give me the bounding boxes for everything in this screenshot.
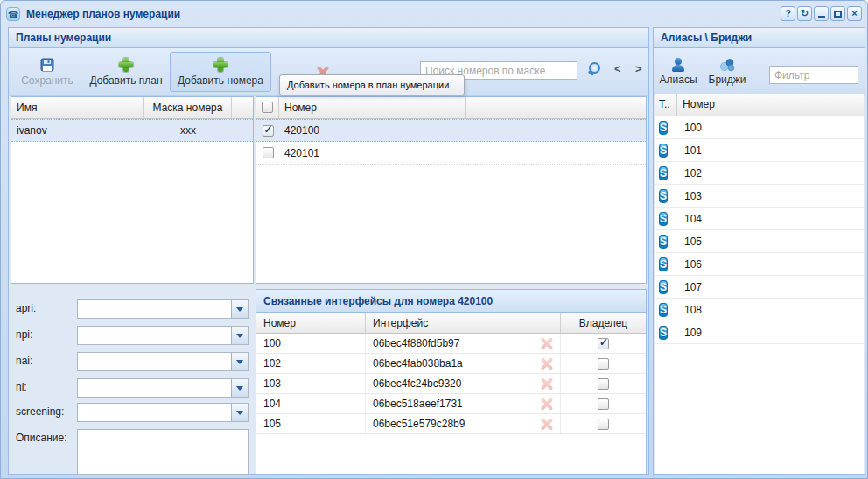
interface-number: 105 [256,414,366,433]
add-plan-icon [119,58,133,72]
owner-checkbox[interactable] [598,358,609,370]
interface-row[interactable]: 102 06bec4fab038ba1a [256,354,646,374]
title-bar: ☎ Менеджер планов нумерации ? ↻ × [6,5,862,23]
number-checkbox[interactable] [262,147,274,158]
ni-combo[interactable] [77,378,248,398]
unlink-icon[interactable] [540,337,553,350]
alias-number: 100 [679,122,857,134]
interface-row[interactable]: 103 06bec4fc24bc9320 [256,374,646,394]
chevron-down-icon[interactable] [231,379,248,397]
alias-row[interactable]: S 109 [654,321,864,344]
add-numbers-button[interactable]: Добавить номера [170,52,271,92]
owner-checkbox[interactable] [598,398,609,410]
alias-number: 106 [679,258,857,271]
filter-input[interactable] [769,66,858,84]
column-header-number[interactable]: Номер [677,94,864,116]
description-textarea[interactable] [77,429,248,475]
unlink-icon[interactable] [540,357,553,370]
interface-id: 06bec4fab038ba1a [373,357,463,370]
unlink-icon[interactable] [540,377,553,391]
alias-row[interactable]: S 101 [654,139,864,162]
chevron-down-icon[interactable] [231,404,248,421]
alias-row[interactable]: S 104 [654,208,864,230]
form-row-ni: ni: [9,378,254,398]
add-plan-button[interactable]: Добавить план [84,52,168,92]
chevron-down-icon[interactable] [231,353,248,370]
save-button[interactable]: Сохранить [12,52,82,92]
numbering-plans-header: Планы нумерации [9,28,648,48]
number-row[interactable]: 420101 [256,142,646,165]
form-row-screening: screening: [9,403,254,422]
column-header-actions [232,97,253,118]
plan-row[interactable]: ivanov xxx [11,119,253,142]
search-icon[interactable] [586,61,602,77]
prev-page-button[interactable]: < [614,62,621,75]
person-icon [671,58,685,72]
interface-number: 100 [256,334,366,353]
alias-number: 107 [679,281,857,293]
column-header-interface[interactable]: Интерфейс [366,313,561,333]
screening-combo[interactable] [77,403,248,422]
chevron-down-icon[interactable] [231,327,248,344]
number-row[interactable]: 420100 [256,119,646,142]
interface-row[interactable]: 105 06bec51e579c28b9 [256,414,646,434]
column-header-number[interactable]: Номер [256,313,366,333]
apri-combo[interactable] [77,299,248,319]
bridges-button[interactable]: Бриджи [704,53,750,91]
column-header-name[interactable]: Имя [11,97,144,118]
app-window: ☎ Менеджер планов нумерации ? ↻ × Планы … [0,0,868,479]
column-header-spacer [466,97,646,118]
sip-icon: S [659,303,668,317]
interface-number: 102 [256,354,366,373]
number-checkbox[interactable] [262,125,274,137]
alias-row[interactable]: S 103 [654,185,864,208]
aliases-button[interactable]: Алиасы [657,53,699,91]
interface-number: 104 [256,394,366,413]
alias-row[interactable]: S 106 [654,253,864,276]
aliases-grid: Т.. Номер S 100 S 101 S 102 S 103 [654,94,864,474]
add-numbers-icon [214,58,228,72]
number-value: 420101 [279,147,325,159]
alias-number: 104 [679,213,857,225]
next-page-button[interactable]: > [635,62,642,75]
alias-row[interactable]: S 102 [654,162,864,185]
help-button[interactable]: ? [780,6,795,21]
interface-row[interactable]: 100 06bec4f880fd5b97 [256,334,646,354]
unlink-icon[interactable] [540,418,553,431]
save-icon [40,58,54,72]
unlink-icon[interactable] [540,398,553,411]
form-row-nai: nai: [9,352,254,371]
aliases-label: Алиасы [660,74,697,86]
alias-row[interactable]: S 107 [654,276,864,299]
column-header-mask[interactable]: Маска номера [144,97,232,118]
owner-checkbox[interactable] [598,419,609,430]
column-header-number[interactable]: Номер [279,97,466,118]
close-button[interactable]: × [847,6,862,21]
chevron-down-icon[interactable] [231,300,248,318]
npi-combo[interactable] [77,326,248,345]
tooltip: Добавить номера в план нумерации [279,74,465,95]
column-header-owner[interactable]: Владелец [561,313,646,333]
sip-icon: S [659,235,668,249]
alias-row[interactable]: S 100 [654,116,864,139]
numbers-grid: Номер 420100 420101 [256,96,647,284]
sip-icon: S [659,257,668,271]
maximize-button[interactable] [830,6,845,21]
plans-grid: Имя Маска номера ivanov xxx [10,96,254,284]
select-all-checkbox[interactable] [262,102,273,113]
plan-name: ivanov [11,124,144,137]
column-header-type[interactable]: Т.. [654,94,677,116]
description-label: Описание: [16,432,67,444]
refresh-button[interactable]: ↻ [797,6,812,21]
npi-label: npi: [16,328,32,341]
owner-checkbox[interactable] [598,338,609,349]
interface-row[interactable]: 104 06bec518aeef1731 [256,394,646,414]
interface-number: 103 [256,374,366,393]
nai-combo[interactable] [77,352,248,371]
form-row-apri: apri: [9,299,254,319]
alias-row[interactable]: S 105 [654,230,864,253]
owner-checkbox[interactable] [598,378,609,390]
ni-label: ni: [16,381,27,393]
alias-row[interactable]: S 108 [654,299,864,321]
minimize-button[interactable] [814,6,829,21]
